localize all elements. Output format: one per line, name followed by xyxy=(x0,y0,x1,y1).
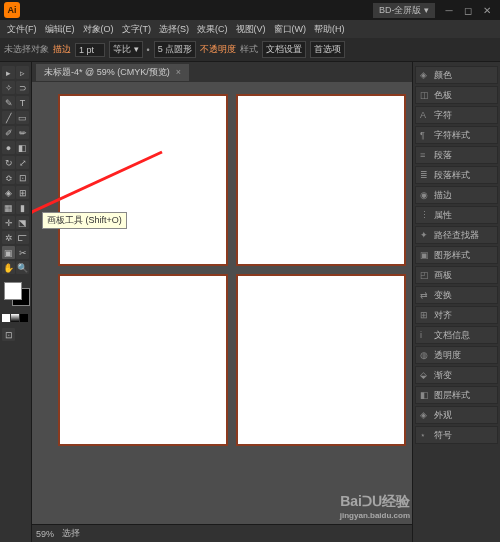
app-logo: Ai xyxy=(4,2,20,18)
menu-window[interactable]: 窗口(W) xyxy=(271,23,310,36)
panel-appearance[interactable]: ◈外观 xyxy=(415,406,498,424)
panel-transparency[interactable]: ◍透明度 xyxy=(415,346,498,364)
styles-label[interactable]: 样式 xyxy=(240,43,258,56)
menu-help[interactable]: 帮助(H) xyxy=(311,23,348,36)
docsetup-button[interactable]: 文档设置 xyxy=(262,41,306,58)
canvas[interactable]: 画板工具 (Shift+O) xyxy=(32,82,412,524)
wand-tool[interactable]: ✧ xyxy=(2,81,15,94)
menubar: 文件(F) 编辑(E) 对象(O) 文字(T) 选择(S) 效果(C) 视图(V… xyxy=(0,20,500,38)
eyedropper-tool[interactable]: ✛ xyxy=(2,216,15,229)
align-icon: ⊞ xyxy=(420,310,430,320)
transparency-icon: ◍ xyxy=(420,350,430,360)
rotate-tool[interactable]: ↻ xyxy=(2,156,15,169)
titlebar: Ai BD-全屏版 ▾ ─ ◻ ✕ xyxy=(0,0,500,20)
zoom-field[interactable]: 59% xyxy=(36,529,54,539)
pathfinder-icon: ✦ xyxy=(420,230,430,240)
color-mode-none[interactable] xyxy=(20,314,28,322)
close-button[interactable]: ✕ xyxy=(478,3,496,17)
attributes-icon: ⋮ xyxy=(420,210,430,220)
status-label: 选择 xyxy=(62,527,80,540)
panel-paragraph[interactable]: ≡段落 xyxy=(415,146,498,164)
panel-character[interactable]: A字符 xyxy=(415,106,498,124)
blend-tool[interactable]: ⬔ xyxy=(16,216,29,229)
menu-view[interactable]: 视图(V) xyxy=(233,23,269,36)
zoom-tool[interactable]: 🔍 xyxy=(16,261,29,274)
menu-file[interactable]: 文件(F) xyxy=(4,23,40,36)
free-transform-tool[interactable]: ⊡ xyxy=(16,171,29,184)
panel-pathfinder[interactable]: ✦路径查找器 xyxy=(415,226,498,244)
brush-style-field[interactable]: 5 点圆形 xyxy=(154,41,197,58)
width-tool[interactable]: ≎ xyxy=(2,171,15,184)
swatches-icon: ◫ xyxy=(420,90,430,100)
artboard-3[interactable] xyxy=(58,274,228,446)
panel-transform[interactable]: ⇄变换 xyxy=(415,286,498,304)
panel-swatches[interactable]: ◫色板 xyxy=(415,86,498,104)
paragraph-icon: ≡ xyxy=(420,150,430,160)
lasso-tool[interactable]: ⊃ xyxy=(16,81,29,94)
blob-tool[interactable]: ● xyxy=(2,141,15,154)
document-tab[interactable]: 未标题-4* @ 59% (CMYK/预览)× xyxy=(36,64,189,81)
color-mode-gradient[interactable] xyxy=(11,314,19,322)
prefs-button[interactable]: 首选项 xyxy=(310,41,345,58)
stroke-link[interactable]: 描边 xyxy=(53,43,71,56)
panel-artboards[interactable]: ◰画板 xyxy=(415,266,498,284)
brush-tool[interactable]: ✐ xyxy=(2,126,15,139)
fill-swatch[interactable] xyxy=(4,282,22,300)
eraser-tool[interactable]: ◧ xyxy=(16,141,29,154)
panel-graphicstyles[interactable]: ▣图形样式 xyxy=(415,246,498,264)
menu-select[interactable]: 选择(S) xyxy=(156,23,192,36)
docinfo-icon: i xyxy=(420,330,430,340)
direct-select-tool[interactable]: ▹ xyxy=(16,66,29,79)
panel-color[interactable]: ◈颜色 xyxy=(415,66,498,84)
rect-tool[interactable]: ▭ xyxy=(16,111,29,124)
panel-gradient[interactable]: ⬙渐变 xyxy=(415,366,498,384)
character-icon: A xyxy=(420,110,430,120)
gradient-tool[interactable]: ▮ xyxy=(16,201,29,214)
type-tool[interactable]: T xyxy=(16,96,29,109)
line-tool[interactable]: ╱ xyxy=(2,111,15,124)
panel-attributes[interactable]: ⋮属性 xyxy=(415,206,498,224)
workspace-switcher[interactable]: BD-全屏版 ▾ xyxy=(373,3,435,18)
noselect-label: 未选择对象 xyxy=(4,43,49,56)
artboard-2[interactable] xyxy=(236,94,406,266)
gradient-icon: ⬙ xyxy=(420,370,430,380)
pen-tool[interactable]: ✎ xyxy=(2,96,15,109)
shape-builder-tool[interactable]: ◈ xyxy=(2,186,15,199)
screen-mode-tool[interactable]: ⊡ xyxy=(2,328,15,341)
color-picker[interactable] xyxy=(2,282,29,310)
scale-tool[interactable]: ⤢ xyxy=(16,156,29,169)
annotation-arrow xyxy=(32,142,172,232)
menu-edit[interactable]: 编辑(E) xyxy=(42,23,78,36)
graph-tool[interactable]: ⫍ xyxy=(16,231,29,244)
pencil-tool[interactable]: ✏ xyxy=(16,126,29,139)
mesh-tool[interactable]: ▦ xyxy=(2,201,15,214)
panel-symbols[interactable]: ⋆符号 xyxy=(415,426,498,444)
right-panel: ◈颜色 ◫色板 A字符 ¶字符样式 ≡段落 ≣段落样式 ◉描边 ⋮属性 ✦路径查… xyxy=(412,62,500,542)
artboard-tool[interactable]: ▣ xyxy=(2,246,15,259)
symbol-tool[interactable]: ✲ xyxy=(2,231,15,244)
uniform-field[interactable]: 等比 ▾ xyxy=(109,41,143,58)
panel-layerstyle[interactable]: ◧图层样式 xyxy=(415,386,498,404)
menu-object[interactable]: 对象(O) xyxy=(80,23,117,36)
menu-type[interactable]: 文字(T) xyxy=(119,23,155,36)
maximize-button[interactable]: ◻ xyxy=(459,3,477,17)
panel-docinfo[interactable]: i文档信息 xyxy=(415,326,498,344)
panel-stroke[interactable]: ◉描边 xyxy=(415,186,498,204)
hand-tool[interactable]: ✋ xyxy=(2,261,15,274)
panel-align[interactable]: ⊞对齐 xyxy=(415,306,498,324)
stroke-width-field[interactable]: 1 pt xyxy=(75,43,105,57)
color-mode-fill[interactable] xyxy=(2,314,10,322)
close-icon[interactable]: × xyxy=(176,67,181,77)
selection-tool[interactable]: ▸ xyxy=(2,66,15,79)
layerstyle-icon: ◧ xyxy=(420,390,430,400)
artboard-4[interactable] xyxy=(236,274,406,446)
slice-tool[interactable]: ✂ xyxy=(16,246,29,259)
panel-parastyle[interactable]: ≣段落样式 xyxy=(415,166,498,184)
minimize-button[interactable]: ─ xyxy=(440,3,458,17)
parastyle-icon: ≣ xyxy=(420,170,430,180)
opacity-link[interactable]: 不透明度 xyxy=(200,43,236,56)
menu-effect[interactable]: 效果(C) xyxy=(194,23,231,36)
symbols-icon: ⋆ xyxy=(420,430,430,440)
panel-charstyle[interactable]: ¶字符样式 xyxy=(415,126,498,144)
perspective-tool[interactable]: ⊞ xyxy=(16,186,29,199)
